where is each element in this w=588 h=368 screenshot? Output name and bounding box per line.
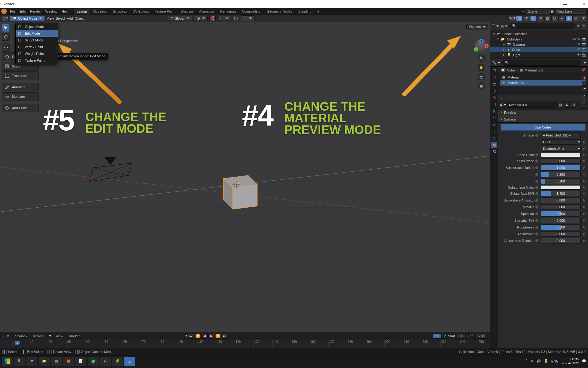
mode-dropdown[interactable]: 🔲 Object Mode [10,16,45,21]
prop-stack-link-icon[interactable] [535,173,538,176]
play[interactable]: ▶ [208,334,214,339]
surface-shader-dropdown[interactable]: ● Principled BSDF [541,132,581,138]
snap-toggle[interactable]: 🧲 [209,16,216,21]
keyframe-prev[interactable]: ⏪ [195,334,201,339]
shading-wireframe[interactable]: ⬡ [551,16,558,21]
tab-world[interactable] [491,95,497,101]
properties-options[interactable] [582,61,586,64]
surface-link-icon[interactable] [535,134,538,137]
view3d-menu-view[interactable]: View [47,17,54,20]
keyframe-next[interactable]: ⏩ [215,334,221,339]
tray-volume-icon[interactable]: 🔊 [537,359,541,363]
prop-anisotropic-rotati-link-icon[interactable] [535,239,538,242]
taskbar-explorer[interactable]: 📁 [39,357,50,366]
show-gizmo-toggle[interactable]: ◳ [516,16,522,21]
overlay-options-dropdown[interactable] [537,16,543,21]
pivot-dropdown[interactable]: ⦿ [194,16,208,21]
prop-base-color-link-icon[interactable] [535,153,538,156]
tool-annotate[interactable]: Annotate [2,83,39,91]
material-slot-remove[interactable]: － [582,81,587,86]
play-reverse[interactable]: ◀ [202,334,208,339]
workspace-tab-compositing[interactable]: Compositing [239,9,264,14]
material-slot-0[interactable]: Material [500,75,586,80]
shading-material-preview[interactable]: ◉ [565,16,572,21]
tool-cursor[interactable] [2,33,10,41]
tab-material[interactable] [491,142,497,148]
view3d-menu-select[interactable]: Select [56,17,65,20]
tray-clock[interactable]: 00:35 26-04-2022 [562,357,579,365]
taskbar-search[interactable]: 🔍 [14,357,25,366]
tool-add-cube[interactable]: Add Cube [2,104,39,112]
workspace-tab-sculpting[interactable]: Sculpting [110,9,130,14]
camera-view-gizmo[interactable]: 📷 [478,73,485,80]
autokey-toggle[interactable]: ● [185,334,187,339]
gizmo-z-icon[interactable]: Z [479,39,484,43]
workspace-tab-geometry-nodes[interactable]: Geometry Nodes [264,9,295,14]
material-name-field[interactable]: Material.001 [507,102,556,108]
prop-roughness-link-icon[interactable] [535,226,538,229]
tab-physics[interactable] [491,122,497,128]
taskbar-app-3[interactable]: ⬤ [88,357,99,366]
prop-roughness-value[interactable]: 0.500 [541,224,581,230]
sss-method-dropdown[interactable]: Random Walk [541,146,581,151]
view3d-options[interactable]: Options [466,24,488,29]
snap-target-dropdown[interactable]: ▭ [217,16,231,21]
nav-gizmo[interactable]: X Y Z [475,39,488,53]
properties-editor-dropdown[interactable]: 🔧 [492,61,500,65]
viewport-3d[interactable]: User Perspective ▢Object Mode▢Edit Mode▢… [0,22,490,332]
prop-specular-value[interactable]: 0.500 [541,211,581,217]
outliner-scene-collection[interactable]: ▾ 🗀 Scene Collection [490,31,588,36]
prop-subsurface-ior-link-icon[interactable] [535,192,538,195]
taskbar-app-5[interactable]: 🖼 [124,357,135,366]
workspace-tab-layout[interactable]: Layout [74,9,90,14]
editor-type-dropdown[interactable]: ⬚ [2,16,8,21]
prop-subsurface-color-color[interactable] [541,185,581,190]
menu-file[interactable]: File [8,10,18,13]
window-close[interactable]: ✕ [582,2,586,6]
pan-gizmo[interactable]: ✋ [478,64,485,71]
outliner-new-collection[interactable]: ➕ [582,24,586,28]
tray-battery-icon[interactable]: 🔋 [544,359,548,363]
jump-start[interactable]: ⏮ [188,334,194,339]
tray-chevron-icon[interactable]: ˄ [526,359,528,363]
view3d-menu-object[interactable]: Object [75,17,85,20]
timeline-menu-keying[interactable]: Keying [32,334,46,338]
menu-render[interactable]: Render [28,10,43,13]
orientation-dropdown[interactable]: ⊕ Global [168,16,192,21]
taskbar-app-2[interactable]: 📝 [75,357,86,366]
material-unlink[interactable]: ✕ [571,102,576,108]
outliner-display-mode[interactable]: ▥ [501,24,507,28]
current-frame-field[interactable]: 1 [433,334,442,339]
prop-specular-tint-value[interactable]: 0.000 [541,218,581,223]
prop-metallic-link-icon[interactable] [535,205,538,209]
frame-sync-icon[interactable]: ⟳ [443,334,446,338]
tool-measure[interactable]: Measure [2,92,39,101]
mode-item-weight-paint[interactable]: ▢Weight Paint [16,50,58,57]
outliner-editor-dropdown[interactable]: ☰ [492,24,499,28]
gizmo-y-icon[interactable]: Y [474,47,478,52]
add-workspace-button[interactable]: ＋ [315,9,322,14]
use-nodes-button[interactable]: Use Nodes [501,124,586,131]
prop-stack-link-icon[interactable] [535,180,538,183]
prop-anisotropic-value[interactable]: 0.000 [541,231,581,237]
material-slot-menu[interactable] [582,86,587,91]
persp-ortho-gizmo[interactable]: ▦ [478,82,485,90]
prop-subsurface-color-link-icon[interactable] [535,186,538,189]
gizmo-options-dropdown[interactable] [523,16,529,21]
proportional-edit-toggle[interactable]: ◯ [233,16,239,21]
distribution-dropdown[interactable]: GGX [541,139,581,145]
outliner-filter[interactable]: ⏷ [577,24,580,28]
tab-object[interactable] [491,102,497,108]
prop-subsurface-radius-value[interactable]: 1.000 [541,165,581,171]
tray-notifications-icon[interactable]: 💬 [582,359,586,363]
tab-viewlayer[interactable] [491,81,497,87]
shading-rendered[interactable]: ◎ [572,16,579,21]
timeline-editor-dropdown[interactable]: ◷ [2,334,9,338]
material-slot-1[interactable]: Material.001 [500,80,586,86]
tab-data[interactable] [491,135,497,141]
workspace-tab-uv-editing[interactable]: UV Editing [130,9,152,14]
material-slot-up[interactable]: ˄ [582,94,587,99]
material-newuser[interactable]: ↳ [564,102,570,108]
outliner-item-cube[interactable]: ▸ ▲ Cube👁📷 [490,47,588,52]
window-minimize[interactable]: — [563,2,567,6]
